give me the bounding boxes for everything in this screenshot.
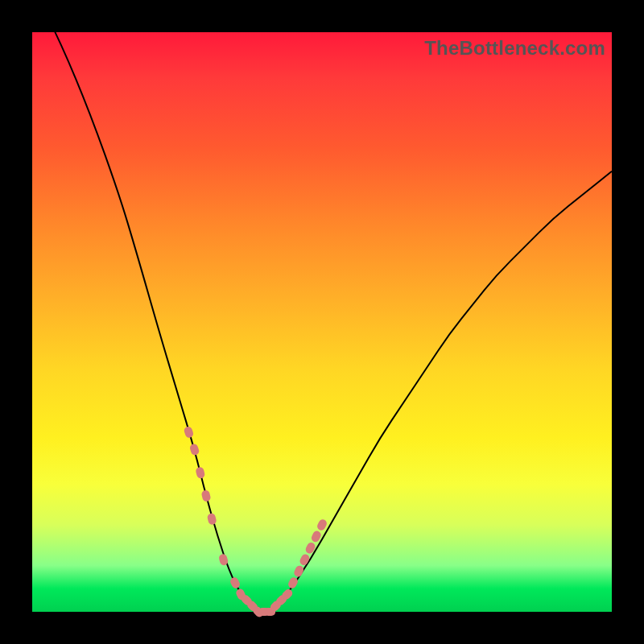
- curve-marker: [183, 426, 194, 439]
- bottleneck-curve: [32, 0, 612, 610]
- curve-marker: [293, 564, 305, 578]
- plot-area: TheBottleneck.com: [32, 32, 612, 612]
- chart-frame: TheBottleneck.com: [0, 0, 644, 644]
- curve-marker: [195, 466, 205, 479]
- curve-marker: [229, 576, 241, 590]
- curve-svg: [32, 32, 612, 612]
- curve-marker: [299, 553, 311, 567]
- curve-markers: [183, 426, 328, 619]
- curve-marker: [189, 443, 200, 456]
- curve-marker: [207, 513, 217, 526]
- curve-marker: [200, 489, 211, 502]
- curve-marker: [316, 518, 328, 532]
